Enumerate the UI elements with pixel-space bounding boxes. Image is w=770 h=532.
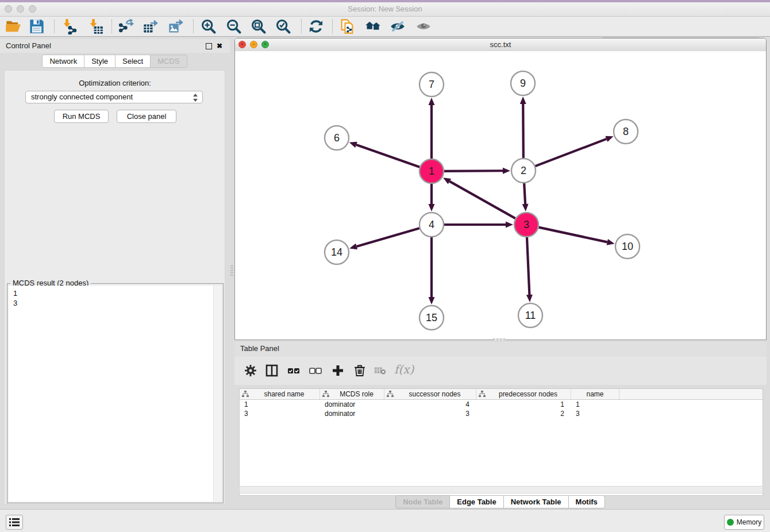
tab-select[interactable]: Select	[115, 55, 151, 68]
delete-table-icon[interactable]	[374, 364, 386, 376]
zoom-selected-icon[interactable]	[275, 18, 291, 34]
function-builder-icon[interactable]: f(x)	[394, 363, 414, 376]
graph-node-label-4: 4	[429, 219, 434, 230]
tab-edge-table[interactable]: Edge Table	[449, 495, 503, 508]
application-window: { "window": { "title": "Session: New Ses…	[0, 0, 770, 532]
import-table-icon[interactable]	[87, 18, 103, 34]
zoom-in-icon[interactable]	[201, 18, 217, 34]
control-panel-tabs: Network Style Select MCDS	[0, 55, 230, 68]
optimization-criterion-value: strongly connected component	[31, 92, 133, 101]
table-header-row: shared name MCDS role successor nodes pr…	[240, 389, 763, 400]
export-image-icon[interactable]	[168, 18, 184, 34]
graph-edge-arrow	[520, 97, 526, 104]
graph-edge-3-11[interactable]	[527, 237, 529, 295]
graph-edge-arrow	[607, 239, 615, 245]
refresh-icon[interactable]	[308, 18, 324, 34]
create-column-icon[interactable]	[331, 364, 345, 377]
column-header-predecessor-nodes[interactable]: predecessor nodes	[476, 389, 571, 399]
graph-edge-4-14[interactable]	[357, 228, 419, 246]
network-window-title: scc.txt	[235, 38, 766, 51]
table-row[interactable]: 3 dominator 3 2 3	[240, 409, 763, 418]
column-header-shared-name[interactable]: shared name	[240, 389, 320, 399]
table-row[interactable]: 1 dominator 4 1 1	[240, 400, 763, 409]
show-columns-icon[interactable]	[265, 364, 279, 377]
graph-node-label-1: 1	[429, 165, 434, 177]
close-panel-icon[interactable]: ✖	[217, 43, 222, 49]
export-table-icon[interactable]	[143, 18, 159, 34]
deselect-all-icon[interactable]	[309, 364, 322, 377]
save-session-icon[interactable]	[29, 18, 45, 34]
column-header-successor-nodes[interactable]: successor nodes	[384, 389, 476, 399]
show-all-eye-icon[interactable]	[415, 18, 432, 34]
zoom-fit-icon[interactable]	[251, 18, 267, 34]
mcds-result-fieldset: MCDS result (2 nodes) 1 3	[7, 283, 224, 503]
mcds-result-textarea[interactable]: 1 3	[9, 286, 214, 502]
optimization-criterion-select[interactable]: strongly connected component	[25, 91, 203, 103]
graph-edge-arrow	[429, 98, 435, 105]
task-history-button[interactable]	[6, 515, 23, 530]
graph-edge-2-9[interactable]	[523, 104, 523, 158]
toolbar-separator	[111, 20, 112, 33]
new-network-from-selection-icon[interactable]	[339, 18, 355, 34]
float-panel-icon[interactable]	[206, 43, 212, 49]
column-header-mcds-role[interactable]: MCDS role	[320, 389, 384, 399]
graph-edge-1-2[interactable]	[444, 171, 503, 171]
tab-network-table[interactable]: Network Table	[503, 495, 569, 508]
select-all-icon[interactable]	[287, 364, 301, 377]
open-session-icon[interactable]	[5, 18, 21, 34]
control-panel-title: Control Panel	[0, 39, 230, 53]
panel-splitter-handle[interactable]	[230, 265, 233, 277]
zoom-out-icon[interactable]	[226, 18, 242, 34]
tab-network[interactable]: Network	[42, 55, 84, 68]
graph-edge-arrow	[429, 204, 435, 211]
table-mode-gear-icon[interactable]	[244, 364, 257, 377]
tab-mcds[interactable]: MCDS	[150, 55, 187, 68]
export-network-icon[interactable]	[118, 18, 134, 34]
graph-edge-arrow	[605, 136, 613, 142]
graph-edge-3-10[interactable]	[539, 228, 607, 242]
run-mcds-button[interactable]: Run MCDS	[54, 110, 109, 123]
tab-style[interactable]: Style	[84, 55, 116, 68]
memory-label: Memory	[737, 518, 761, 526]
graph-edge-arrow	[526, 295, 533, 302]
graph-edge-arrow	[429, 297, 435, 304]
column-type-icon	[479, 391, 486, 398]
hide-selected-eye-slash-icon[interactable]	[390, 18, 406, 34]
table-empty-area	[240, 418, 763, 495]
table-tabs: Node Table Edge Table Network Table Moti…	[234, 495, 767, 508]
status-bar	[0, 509, 770, 532]
memory-button[interactable]: Memory	[724, 515, 764, 530]
toolbar-separator	[193, 20, 194, 33]
first-neighbors-houses-icon[interactable]	[365, 18, 381, 34]
tab-node-table[interactable]: Node Table	[395, 495, 450, 508]
column-type-icon	[387, 391, 394, 398]
graph-edge-2-3[interactable]	[524, 183, 525, 204]
graph-node-label-15: 15	[426, 312, 437, 323]
import-network-icon[interactable]	[61, 18, 77, 34]
network-canvas[interactable]: 1234678910111415	[235, 51, 766, 340]
table-horizontal-scrollbar[interactable]	[239, 486, 763, 494]
graph-node-label-9: 9	[520, 78, 526, 89]
graph-edge-3-1[interactable]	[449, 182, 515, 219]
graph-node-label-6: 6	[334, 132, 340, 144]
column-header-name[interactable]: name	[571, 389, 619, 399]
column-type-icon	[322, 391, 329, 398]
close-panel-button[interactable]: Close panel	[117, 110, 176, 123]
mcds-result-scrollbar[interactable]	[213, 286, 222, 502]
network-window-titlebar[interactable]: × − + scc.txt	[235, 38, 766, 52]
graph-edge-arrow	[503, 168, 510, 174]
optimization-criterion-label: Optimization criterion:	[0, 79, 230, 87]
table-panel-header: Table Panel ✖	[234, 342, 767, 356]
tab-motifs[interactable]: Motifs	[568, 495, 605, 508]
graph-edge-1-6[interactable]	[356, 145, 419, 167]
graph-edge-arrow	[506, 222, 513, 228]
network-view-window: × − + scc.txt 1234678910111415	[234, 38, 767, 340]
column-type-icon	[242, 391, 249, 398]
graph-node-label-7: 7	[429, 79, 434, 90]
network-graph[interactable]: 1234678910111415	[235, 51, 766, 340]
network-table-splitter-handle[interactable]	[493, 338, 506, 341]
graph-edge-arrow	[349, 142, 357, 148]
graph-node-label-11: 11	[525, 310, 536, 321]
graph-edge-2-8[interactable]	[536, 139, 607, 166]
delete-columns-icon[interactable]	[353, 364, 367, 377]
